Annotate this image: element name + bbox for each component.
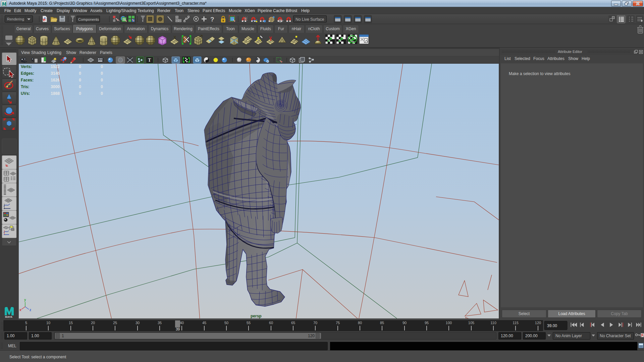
svg-text:Faces:: Faces: — [21, 78, 34, 82]
svg-text:1626: 1626 — [51, 78, 60, 82]
svg-text:persp: persp — [251, 314, 262, 318]
svg-text:85: 85 — [380, 321, 384, 325]
svg-text:0: 0 — [79, 78, 81, 82]
svg-text:40: 40 — [180, 321, 184, 325]
svg-text:10: 10 — [46, 321, 50, 325]
svg-text:60: 60 — [269, 321, 273, 325]
svg-text:45: 45 — [202, 321, 206, 325]
svg-text:0: 0 — [101, 84, 103, 89]
svg-text:1868: 1868 — [51, 91, 60, 96]
svg-text:70: 70 — [313, 321, 317, 325]
svg-text:0: 0 — [101, 91, 103, 96]
svg-text:MAYA: MAYA — [5, 315, 12, 318]
svg-text:y: y — [24, 298, 26, 302]
svg-text:0: 0 — [79, 84, 81, 89]
svg-text:1522: 1522 — [51, 64, 60, 69]
svg-text:Verts:: Verts: — [21, 64, 32, 69]
svg-text:3000: 3000 — [51, 84, 60, 89]
svg-text:15: 15 — [69, 321, 73, 325]
svg-text:100: 100 — [446, 321, 452, 325]
svg-text:90: 90 — [402, 321, 407, 325]
svg-text:110: 110 — [490, 321, 496, 325]
svg-text:39.00: 39.00 — [547, 323, 557, 328]
svg-text:75: 75 — [336, 321, 340, 325]
svg-text:Tris:: Tris: — [21, 84, 29, 89]
svg-text:z: z — [30, 308, 31, 312]
svg-text:0: 0 — [101, 64, 103, 69]
svg-text:65: 65 — [291, 321, 295, 325]
svg-text:0: 0 — [101, 71, 103, 76]
svg-text:35: 35 — [158, 321, 162, 325]
svg-text:25: 25 — [113, 321, 117, 325]
svg-text:0: 0 — [79, 91, 81, 96]
svg-text:120: 120 — [535, 321, 541, 325]
svg-text:30: 30 — [136, 321, 140, 325]
svg-text:Edges:: Edges: — [21, 71, 34, 76]
svg-text:?: ? — [210, 16, 214, 23]
svg-text:3146: 3146 — [51, 71, 60, 76]
svg-text:50: 50 — [224, 321, 228, 325]
svg-text:0: 0 — [79, 64, 81, 69]
svg-text:5: 5 — [25, 321, 27, 325]
svg-text:x: x — [19, 308, 21, 312]
svg-text:80: 80 — [358, 321, 362, 325]
svg-text:115: 115 — [513, 321, 519, 325]
svg-text:T: T — [148, 58, 151, 63]
svg-text:55: 55 — [247, 321, 251, 325]
svg-text:105: 105 — [468, 321, 474, 325]
svg-text:39: 39 — [176, 327, 180, 331]
svg-text:0: 0 — [101, 78, 103, 82]
svg-text:UVs:: UVs: — [21, 91, 30, 96]
svg-text:0: 0 — [79, 71, 81, 76]
svg-text:95: 95 — [425, 321, 429, 325]
svg-text:20: 20 — [91, 321, 95, 325]
